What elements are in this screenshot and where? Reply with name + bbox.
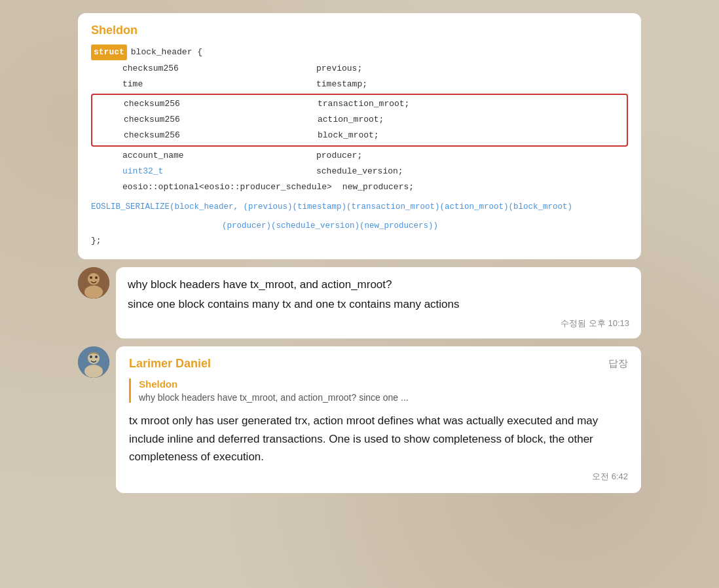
code-col-right-8: new_producers; <box>342 180 628 194</box>
chat-container: Sheldon struct block_header { checksum25… <box>78 13 641 493</box>
code-col-right-6: producer; <box>316 149 628 163</box>
reply-quote-text: why block headers have tx_mroot, and act… <box>139 392 628 403</box>
svg-point-2 <box>84 285 103 299</box>
code-col-right-5: block_mroot; <box>318 128 627 143</box>
message-card-1: Sheldon struct block_header { checksum25… <box>78 13 641 259</box>
code-row-3: checksum256 transaction_mroot; <box>108 96 627 112</box>
code-col-left-6: account_name <box>107 149 316 163</box>
avatar-svg-1 <box>78 267 109 299</box>
code-row-2: time timestamp; <box>91 77 628 92</box>
code-row-5: checksum256 block_mroot; <box>108 128 627 143</box>
code-col-right-1: previous; <box>316 62 628 76</box>
svg-point-3 <box>90 276 92 279</box>
code-col-left-2: time <box>107 77 316 92</box>
bubble-text-line1: why block headers have tx_mroot, and act… <box>128 276 629 293</box>
code-row-6: account_name producer; <box>91 148 628 164</box>
code-row-8: eosio::optional<eosio::producer_schedule… <box>91 179 628 195</box>
avatar-person1 <box>78 267 109 299</box>
code-block: struct block_header { checksum256 previo… <box>91 44 628 249</box>
closing-brace-text: }; <box>91 234 101 248</box>
reply-label[interactable]: 답장 <box>608 358 628 370</box>
highlight-box: checksum256 transaction_mroot; checksum2… <box>91 94 628 146</box>
svg-point-4 <box>95 276 98 279</box>
code-col-left-1: checksum256 <box>107 62 316 76</box>
reply-header: Larimer Daniel 답장 <box>129 357 628 371</box>
bubble-text-line2: since one block contains many tx and one… <box>128 296 629 313</box>
code-col-right-4: action_mroot; <box>318 113 627 127</box>
code-col-left-5: checksum256 <box>108 128 318 143</box>
struct-name: block_header { <box>131 45 202 60</box>
message-bubble-2: why block headers have tx_mroot, and act… <box>116 267 641 339</box>
reply-card: Larimer Daniel 답장 Sheldon why block head… <box>116 346 641 493</box>
svg-point-8 <box>90 356 92 358</box>
sender-name-3: Larimer Daniel <box>129 357 211 371</box>
reply-quote-sender: Sheldon <box>139 378 628 390</box>
sender-name-1: Sheldon <box>91 24 628 37</box>
code-col-left-4: checksum256 <box>108 113 318 127</box>
code-col-right-2: timestamp; <box>316 77 628 92</box>
closing-brace: }; <box>91 233 628 249</box>
code-row-4: checksum256 action_mroot; <box>108 112 627 128</box>
code-col-left-3: checksum256 <box>108 97 318 111</box>
reply-quote: Sheldon why block headers have tx_mroot,… <box>129 378 628 403</box>
struct-keyword: struct <box>91 45 127 60</box>
serialize-line-1: EOSLIB_SERIALIZE(block_header, (previous… <box>91 200 628 214</box>
message-2-container: why block headers have tx_mroot, and act… <box>78 267 641 339</box>
serialize-line-2: (producer)(schedule_version)(new_produce… <box>91 219 628 233</box>
message-time-2: 수정됨 오후 10:13 <box>128 318 629 329</box>
code-row-1: checksum256 previous; <box>91 61 628 77</box>
svg-point-9 <box>95 356 98 358</box>
type-blue-1: uint32_t <box>122 166 163 176</box>
svg-point-7 <box>84 365 103 378</box>
code-row-struct: struct block_header { <box>91 44 628 61</box>
code-col-right-7: schedule_version; <box>316 164 628 179</box>
avatar-person2 <box>78 346 109 378</box>
code-col-left-7: uint32_t <box>107 164 316 179</box>
code-col-right-3: transaction_mroot; <box>318 97 627 111</box>
message-3-container: Larimer Daniel 답장 Sheldon why block head… <box>78 346 641 493</box>
avatar-svg-2 <box>78 346 109 378</box>
message-time-3: 오전 6:42 <box>129 471 628 483</box>
reply-body: tx mroot only has user generated trx, ac… <box>129 412 628 466</box>
code-col-left-8: eosio::optional<eosio::producer_schedule… <box>107 180 342 194</box>
code-row-7: uint32_t schedule_version; <box>91 164 628 179</box>
